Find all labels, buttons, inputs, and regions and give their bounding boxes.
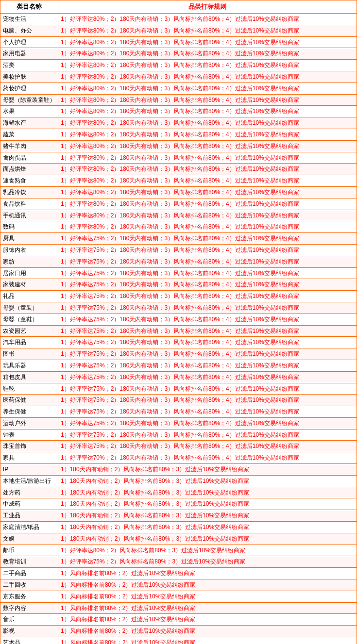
category-name: 数码 xyxy=(0,221,58,233)
category-name: 礼品 xyxy=(0,291,58,302)
category-name: 药妆护理 xyxy=(0,83,58,94)
table-row: 运动户外1）好评率达75%；2）180天内有动销；3）风向标排名前80%；4）过… xyxy=(0,417,357,429)
category-rule: 1）风向标排名前80%；2）过滤后10%交易纠纷商家 xyxy=(58,626,357,637)
category-rule: 1）好评率达75%；2）180天内有动销；3）风向标排名前80%；4）过滤后10… xyxy=(58,371,357,383)
table-row: 影视1）风向标排名前80%；2）过滤后10%交易纠纷商家 xyxy=(0,626,357,637)
category-name: 影视 xyxy=(0,626,58,637)
category-name: 音乐 xyxy=(0,614,58,626)
category-name: 速食熟食 xyxy=(0,175,58,187)
category-rule: 1）好评率达80%；2）180天内有动销；3）风向标排名前80%；4）过滤后10… xyxy=(58,164,357,175)
category-name: 美妆护肤 xyxy=(0,71,58,83)
category-name: 京东服务 xyxy=(0,591,58,602)
category-rule: 1）风向标排名前80%；2）过滤后10%交易纠纷商家 xyxy=(58,591,357,602)
table-row: 母婴（除童装童鞋）1）好评率达80%；2）180天内有动销；3）风向标排名前80… xyxy=(0,94,357,106)
category-rule: 1）好评率达75%；2）180天内有动销；3）风向标排名前80%；4）过滤后10… xyxy=(58,348,357,360)
table-row: 农资园艺1）好评率达75%；2）180天内有动销；3）风向标排名前80%；4）过… xyxy=(0,325,357,337)
category-name: 家庭清洁/纸品 xyxy=(0,522,58,533)
category-name: 中成药 xyxy=(0,498,58,510)
category-name: 母婴（童鞋） xyxy=(0,314,58,325)
category-name: 教育培训 xyxy=(0,556,58,568)
table-row: 养生保健1）好评率达75%；2）180天内有动销；3）风向标排名前80%；4）过… xyxy=(0,406,357,418)
category-rule: 1）好评率达75%；2）180天内有动销；3）风向标排名前80%；4）过滤后10… xyxy=(58,256,357,267)
category-name: 鞋靴 xyxy=(0,383,58,395)
category-name: 处方药 xyxy=(0,487,58,498)
category-name: 珠宝首饰 xyxy=(0,441,58,452)
table-row: 钟表1）好评率达75%；2）180天内有动销；3）风向标排名前80%；4）过滤后… xyxy=(0,429,357,441)
table-row: 药妆护理1）好评率达80%；2）180天内有动销；3）风向标排名前80%；4）过… xyxy=(0,83,357,94)
category-rule: 1）好评率达75%；2）风向标排名前80%；3）过滤后10%交易纠纷商家 xyxy=(58,556,357,568)
table-row: IP1）180天内有动销；2）风向标排名前80%；3）过滤后10%交易纠纷商家 xyxy=(0,464,357,476)
category-rule: 1）180天内有动销；2）风向标排名前80%；3）过滤后10%交易纠纷商家 xyxy=(58,522,357,533)
table-row: 数码1）好评率达80%；2）180天内有动销；3）风向标排名前80%；4）过滤后… xyxy=(0,221,357,233)
category-rule: 1）好评率达80%；2）风向标排名前80%；3）过滤后10%交易纠纷商家 xyxy=(58,545,357,556)
category-rule: 1）好评率达80%；2）180天内有动销；3）风向标排名前80%；4）过滤后10… xyxy=(58,60,357,71)
category-rule: 1）好评率达75%；2）180天内有动销；3）风向标排名前80%；4）过滤后10… xyxy=(58,395,357,406)
table-row: 酒类1）好评率达80%；2）180天内有动销；3）风向标排名前80%；4）过滤后… xyxy=(0,60,357,71)
table-row: 数字内容1）风向标排名前80%；2）过滤后10%交易纠纷商家 xyxy=(0,602,357,614)
category-name: 海鲜水产 xyxy=(0,117,58,129)
category-rule: 1）好评率达80%；2）180天内有动销；3）风向标排名前80%；4）过滤后10… xyxy=(58,36,357,48)
table-row: 厨具1）好评率达75%；2）180天内有动销；3）风向标排名前80%；4）过滤后… xyxy=(0,233,357,245)
category-rule: 1）好评率达80%；2）180天内有动销；3）风向标排名前80%；4）过滤后10… xyxy=(58,129,357,140)
category-rule: 1）风向标排名前80%；2）过滤后10%交易纠纷商家 xyxy=(58,568,357,579)
table-row: 海鲜水产1）好评率达80%；2）180天内有动销；3）风向标排名前80%；4）过… xyxy=(0,117,357,129)
category-name: 汽车用品 xyxy=(0,337,58,348)
category-rule: 1）好评率达70%；2）180天内有动销；3）风向标排名前90%；4）过滤后10… xyxy=(58,452,357,464)
table-row: 二手商品1）风向标排名前80%；2）过滤后10%交易纠纷商家 xyxy=(0,568,357,579)
table-row: 猪牛羊肉1）好评率达80%；2）180天内有动销；3）风向标排名前80%；4）过… xyxy=(0,140,357,152)
category-name: 农资园艺 xyxy=(0,325,58,337)
table-row: 工业品1）180天内有动销；2）风向标排名前80%；3）过滤后10%交易纠纷商家 xyxy=(0,510,357,522)
table-row: 家具1）好评率达70%；2）180天内有动销；3）风向标排名前90%；4）过滤后… xyxy=(0,452,357,464)
category-rule: 1）好评率达80%；2）180天内有动销；3）风向标排名前80%；4）过滤后10… xyxy=(58,14,357,25)
category-name: 运动户外 xyxy=(0,417,58,429)
category-rule: 1）好评率达80%；2）180天内有动销；3）风向标排名前80%；4）过滤后10… xyxy=(58,152,357,164)
table-row: 母婴（童装）1）好评率达75%；2）180天内有动销；3）风向标排名前80%；4… xyxy=(0,302,357,314)
category-name: 手机通讯 xyxy=(0,210,58,221)
category-name: 箱包皮具 xyxy=(0,371,58,383)
table-row: 艺术品1）风向标排名前80%；2）过滤后10%交易纠纷商家 xyxy=(0,637,357,644)
category-name: 猪牛羊肉 xyxy=(0,140,58,152)
table-row: 本地生活/旅游出行1）180天内有动销；2）风向标排名前80%；3）过滤后10%… xyxy=(0,475,357,487)
category-name: 居家日用 xyxy=(0,267,58,279)
table-row: 医药保健1）好评率达75%；2）180天内有动销；3）风向标排名前80%；4）过… xyxy=(0,395,357,406)
category-name: 宠物生活 xyxy=(0,14,58,25)
category-name: 数字内容 xyxy=(0,602,58,614)
table-row: 水果1）好评率达80%；2）180天内有动销；3）风向标排名前80%；4）过滤后… xyxy=(0,106,357,117)
table-row: 母婴（童鞋）1）好评率达75%；2）180天内有动销；3）风向标排名前80%；4… xyxy=(0,314,357,325)
category-rule: 1）好评率达75%；2）180天内有动销；3）风向标排名前80%；4）过滤后10… xyxy=(58,337,357,348)
category-rule: 1）好评率达75%；2）180天内有动销；3）风向标排名前80%；4）过滤后10… xyxy=(58,417,357,429)
category-name: 工业品 xyxy=(0,510,58,522)
table-row: 面点烘焙1）好评率达80%；2）180天内有动销；3）风向标排名前80%；4）过… xyxy=(0,164,357,175)
table-row: 箱包皮具1）好评率达75%；2）180天内有动销；3）风向标排名前80%；4）过… xyxy=(0,371,357,383)
category-rule: 1）好评率达75%；2）180天内有动销；3）风向标排名前80%；4）过滤后10… xyxy=(58,267,357,279)
table-row: 珠宝首饰1）好评率达75%；2）180天内有动销；3）风向标排名前80%；4）过… xyxy=(0,441,357,452)
category-rule: 1）好评率达80%；2）180天内有动销；3）风向标排名前80%；4）过滤后10… xyxy=(58,198,357,210)
table-row: 食品饮料1）好评率达80%；2）180天内有动销；3）风向标排名前80%；4）过… xyxy=(0,198,357,210)
category-rule: 1）180天内有动销；2）风向标排名前80%；3）过滤后10%交易纠纷商家 xyxy=(58,498,357,510)
category-rule: 1）好评率达75%；2）180天内有动销；3）风向标排名前80%；4）过滤后10… xyxy=(58,429,357,441)
category-name: 个人护理 xyxy=(0,36,58,48)
table-row: 中成药1）180天内有动销；2）风向标排名前80%；3）过滤后10%交易纠纷商家 xyxy=(0,498,357,510)
category-name: 二手商品 xyxy=(0,568,58,579)
category-name: 蔬菜 xyxy=(0,129,58,140)
category-name: 母婴（童装） xyxy=(0,302,58,314)
category-name: 家装建材 xyxy=(0,279,58,291)
category-name: 母婴（除童装童鞋） xyxy=(0,94,58,106)
table-row: 家纺1）好评率达75%；2）180天内有动销；3）风向标排名前80%；4）过滤后… xyxy=(0,256,357,267)
category-rule: 1）风向标排名前80%；2）过滤后10%交易纠纷商家 xyxy=(58,579,357,591)
category-rule: 1）好评率达75%；2）180天内有动销；3）风向标排名前80%；4）过滤后10… xyxy=(58,244,357,256)
table-row: 电脑、办公1）好评率达80%；2）180天内有动销；3）风向标排名前80%；4）… xyxy=(0,25,357,36)
table-row: 家用电器1）好评率达80%；2）180天内有动销；3）风向标排名前80%；4）过… xyxy=(0,48,357,60)
table-row: 玩具乐器1）好评率达75%；2）180天内有动销；3）风向标排名前80%；4）过… xyxy=(0,360,357,371)
category-rule: 1）好评率达80%；2）180天内有动销；3）风向标排名前80%；4）过滤后10… xyxy=(58,48,357,60)
table-row: 处方药1）180天内有动销；2）风向标排名前80%；3）过滤后10%交易纠纷商家 xyxy=(0,487,357,498)
category-name: 食品饮料 xyxy=(0,198,58,210)
category-rule: 1）好评率达75%；2）180天内有动销；3）风向标排名前80%；4）过滤后10… xyxy=(58,360,357,371)
table-row: 汽车用品1）好评率达75%；2）180天内有动销；3）风向标排名前80%；4）过… xyxy=(0,337,357,348)
table-row: 邮币1）好评率达80%；2）风向标排名前80%；3）过滤后10%交易纠纷商家 xyxy=(0,545,357,556)
category-name: 文娱 xyxy=(0,533,58,545)
category-rule: 1）好评率达80%；2）180天内有动销；3）风向标排名前80%；4）过滤后10… xyxy=(58,221,357,233)
table-row: 个人护理1）好评率达80%；2）180天内有动销；3）风向标排名前80%；4）过… xyxy=(0,36,357,48)
category-rule: 1）180天内有动销；2）风向标排名前80%；3）过滤后10%交易纠纷商家 xyxy=(58,533,357,545)
table-row: 图书1）好评率达75%；2）180天内有动销；3）风向标排名前80%；4）过滤后… xyxy=(0,348,357,360)
